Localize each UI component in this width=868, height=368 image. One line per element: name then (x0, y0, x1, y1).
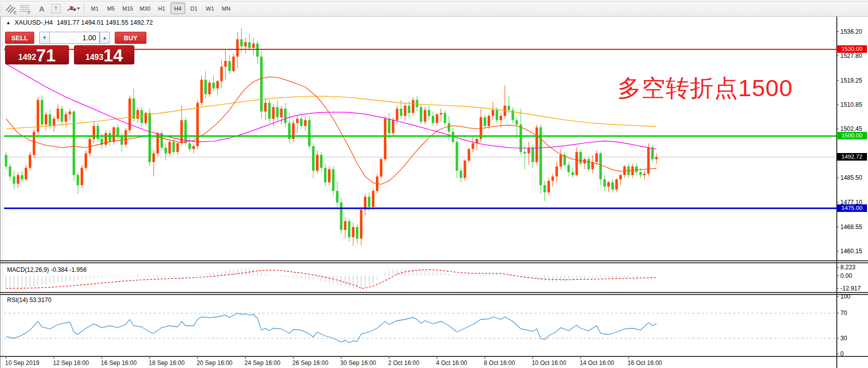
candle-body (152, 154, 155, 162)
buy-price-base: 1493 (86, 53, 104, 62)
price-tick-label: 1485.50 (840, 174, 862, 181)
candle-body (356, 227, 358, 239)
candle-body (61, 109, 63, 122)
rsi-tick-label: 70 (840, 310, 847, 317)
candle-body (344, 222, 347, 230)
candle-body (192, 146, 195, 149)
candle-body (144, 113, 147, 123)
date-tick-label: 8 Oct 16:00 (484, 359, 515, 366)
candle-body (611, 182, 614, 189)
candle-body (85, 154, 87, 168)
date-tick-label: 12 Sep 16:00 (53, 359, 89, 366)
candle-body (428, 110, 430, 116)
candle-body (460, 171, 462, 178)
candle-body (13, 177, 15, 184)
candle-body (531, 148, 534, 162)
candle-body (471, 143, 474, 150)
candle-body (64, 114, 67, 121)
candle-body (173, 142, 175, 152)
macd-signal-line (6, 270, 657, 288)
date-tick-label: 20 Sep 16:00 (197, 359, 232, 366)
candle-body (25, 168, 27, 179)
candle-body (416, 100, 418, 107)
macd-tick-label: 0.00 (840, 272, 852, 279)
candle-body (276, 107, 279, 117)
candle-body (200, 80, 203, 103)
candle-body (196, 103, 199, 146)
candle-body (232, 57, 235, 71)
candle-body (647, 148, 650, 174)
sell-price-pips: 71 (36, 46, 56, 65)
ma-slow-line (6, 96, 657, 129)
candle-body (412, 100, 414, 113)
candle-body (41, 100, 43, 125)
candle-body (408, 106, 410, 113)
volume-increase-button[interactable]: ▲ (100, 32, 110, 44)
price-badge-1492.72: 1492.72 (837, 153, 867, 161)
candle-body (456, 142, 458, 171)
candle-body (308, 120, 310, 146)
candle-body (72, 112, 75, 175)
macd-tick-label: 8.223 (840, 264, 855, 271)
candle-body (204, 80, 207, 94)
candle-body (260, 57, 263, 112)
candle-body (388, 119, 390, 133)
price-tick-label: 1502.45 (840, 125, 862, 132)
rsi-label: RSI(14) 53.3170 (7, 297, 51, 304)
rsi-tick-label: 0 (840, 350, 844, 357)
candle-body (432, 116, 434, 123)
candle-body (440, 113, 442, 114)
candle-body (463, 161, 466, 178)
candle-body (436, 114, 438, 123)
sell-button[interactable]: SELL (5, 32, 34, 44)
chart-header: ▲ XAUUSD-,H4 1491.77 1494.01 1491.55 149… (6, 19, 153, 26)
candle-body (29, 155, 31, 168)
volume-input[interactable] (49, 32, 100, 44)
date-tick-label: 16 Oct 16:00 (627, 359, 662, 366)
candle-body (228, 61, 231, 71)
ma-fast-line (6, 77, 657, 185)
macd-label: MACD(12,26,9) -0.384 -1.956 (7, 266, 87, 273)
candle-body (639, 172, 642, 175)
buy-price-pips: 14 (103, 46, 123, 65)
candle-body (516, 120, 518, 125)
candle-body (128, 99, 131, 130)
candle-body (17, 175, 19, 184)
candle-body (244, 42, 247, 47)
buy-button[interactable]: BUY (115, 32, 146, 44)
one-click-trading-panel: SELL ▼ ▲ BUY 1492 71 1493 14 (5, 32, 147, 64)
candle-body (632, 167, 634, 175)
candle-body (184, 120, 187, 143)
candle-body (97, 126, 99, 139)
candle-body (372, 191, 374, 207)
candle-body (324, 168, 327, 182)
candle-body (587, 159, 590, 169)
collapse-trade-panel-icon[interactable]: ▲ (6, 20, 11, 25)
date-tick-label: 16 Sep 16:00 (101, 359, 136, 366)
candle-body (272, 107, 275, 119)
price-tick-label: 1536.20 (840, 28, 862, 35)
candle-body (300, 119, 302, 126)
volume-decrease-button[interactable]: ▼ (39, 32, 49, 44)
candle-body (348, 222, 351, 238)
date-tick-label: 14 Oct 16:00 (580, 359, 614, 366)
candle-body (252, 44, 255, 48)
candle-body (113, 127, 115, 142)
candle-body (320, 155, 323, 168)
candle-body (208, 83, 211, 94)
candle-body (508, 106, 510, 110)
candle-body (57, 109, 59, 119)
candle-body (523, 152, 526, 154)
candle-body (476, 139, 478, 143)
candle-body (384, 119, 386, 159)
candle-body (165, 148, 167, 154)
candle-body (312, 146, 314, 171)
candle-body (264, 103, 267, 111)
candle-body (576, 152, 578, 175)
candle-body (117, 127, 119, 136)
candle-body (568, 165, 570, 172)
rsi-tick-label: 100 (840, 293, 850, 300)
rsi-tick-label: 30 (840, 335, 847, 342)
candle-body (543, 185, 546, 192)
candle-body (224, 61, 227, 67)
